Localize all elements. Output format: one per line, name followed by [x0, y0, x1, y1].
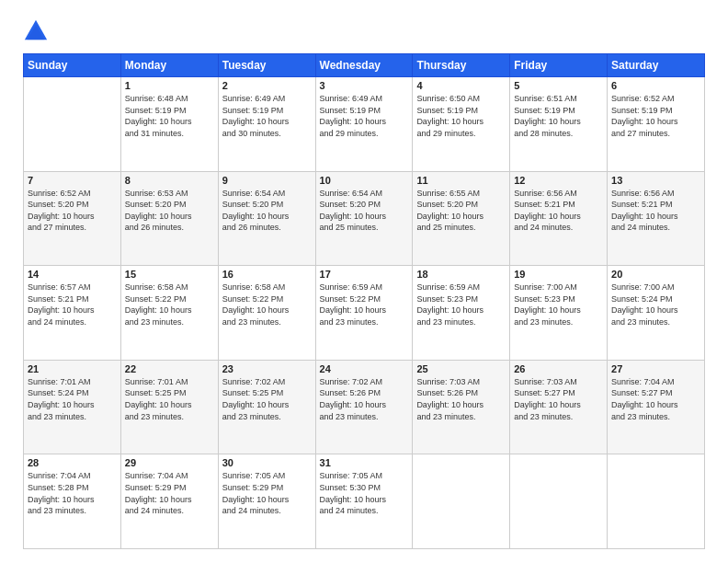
logo [23, 18, 52, 44]
cell-info: Sunrise: 6:53 AM Sunset: 5:20 PM Dayligh… [125, 188, 214, 234]
calendar-cell: 25Sunrise: 7:03 AM Sunset: 5:26 PM Dayli… [413, 360, 510, 454]
day-number: 28 [28, 457, 117, 468]
cell-info: Sunrise: 7:01 AM Sunset: 5:24 PM Dayligh… [28, 376, 117, 422]
day-number: 16 [222, 269, 312, 280]
cell-info: Sunrise: 6:59 AM Sunset: 5:23 PM Dayligh… [416, 282, 506, 327]
day-number: 13 [611, 175, 700, 186]
cell-info: Sunrise: 7:05 AM Sunset: 5:29 PM Dayligh… [222, 470, 312, 516]
calendar-cell: 7Sunrise: 6:52 AM Sunset: 5:20 PM Daylig… [24, 171, 121, 266]
calendar-cell [24, 77, 121, 172]
calendar-cell: 20Sunrise: 7:00 AM Sunset: 5:24 PM Dayli… [608, 266, 705, 361]
calendar: SundayMondayTuesdayWednesdayThursdayFrid… [23, 53, 705, 549]
cell-info: Sunrise: 6:54 AM Sunset: 5:20 PM Dayligh… [222, 188, 312, 234]
day-number: 22 [125, 363, 214, 374]
calendar-cell: 24Sunrise: 7:02 AM Sunset: 5:26 PM Dayli… [315, 360, 413, 454]
day-number: 11 [416, 175, 506, 186]
page: SundayMondayTuesdayWednesdayThursdayFrid… [0, 0, 728, 563]
calendar-cell [608, 454, 705, 549]
header-sunday: Sunday [24, 54, 121, 77]
cell-info: Sunrise: 6:49 AM Sunset: 5:19 PM Dayligh… [320, 93, 409, 139]
cell-info: Sunrise: 7:03 AM Sunset: 5:27 PM Dayligh… [514, 376, 603, 422]
header-wednesday: Wednesday [315, 54, 413, 77]
calendar-cell [510, 454, 608, 549]
calendar-cell: 26Sunrise: 7:03 AM Sunset: 5:27 PM Dayli… [510, 360, 608, 454]
calendar-cell: 3Sunrise: 6:49 AM Sunset: 5:19 PM Daylig… [315, 77, 413, 172]
cell-info: Sunrise: 6:52 AM Sunset: 5:19 PM Dayligh… [611, 93, 700, 139]
header-tuesday: Tuesday [218, 54, 315, 77]
cell-info: Sunrise: 7:04 AM Sunset: 5:28 PM Dayligh… [28, 470, 117, 516]
cell-info: Sunrise: 7:01 AM Sunset: 5:25 PM Dayligh… [125, 376, 214, 422]
day-number: 18 [416, 269, 506, 280]
week-row-1: 7Sunrise: 6:52 AM Sunset: 5:20 PM Daylig… [24, 171, 705, 266]
day-number: 17 [320, 269, 409, 280]
calendar-cell: 10Sunrise: 6:54 AM Sunset: 5:20 PM Dayli… [315, 171, 413, 266]
cell-info: Sunrise: 6:59 AM Sunset: 5:22 PM Dayligh… [320, 282, 409, 327]
day-number: 2 [222, 80, 312, 91]
cell-info: Sunrise: 6:58 AM Sunset: 5:22 PM Dayligh… [125, 282, 214, 327]
calendar-cell: 5Sunrise: 6:51 AM Sunset: 5:19 PM Daylig… [510, 77, 608, 172]
cell-info: Sunrise: 6:57 AM Sunset: 5:21 PM Dayligh… [28, 282, 117, 327]
day-number: 6 [611, 80, 700, 91]
week-row-0: 1Sunrise: 6:48 AM Sunset: 5:19 PM Daylig… [24, 77, 705, 172]
day-number: 29 [125, 457, 214, 468]
day-number: 27 [611, 363, 700, 374]
calendar-cell: 13Sunrise: 6:56 AM Sunset: 5:21 PM Dayli… [608, 171, 705, 266]
week-row-2: 14Sunrise: 6:57 AM Sunset: 5:21 PM Dayli… [24, 266, 705, 361]
cell-info: Sunrise: 6:48 AM Sunset: 5:19 PM Dayligh… [125, 93, 214, 139]
day-number: 24 [320, 363, 409, 374]
calendar-cell: 27Sunrise: 7:04 AM Sunset: 5:27 PM Dayli… [608, 360, 705, 454]
calendar-cell: 6Sunrise: 6:52 AM Sunset: 5:19 PM Daylig… [608, 77, 705, 172]
day-number: 9 [222, 175, 312, 186]
header-saturday: Saturday [608, 54, 705, 77]
calendar-cell: 1Sunrise: 6:48 AM Sunset: 5:19 PM Daylig… [120, 77, 218, 172]
header-friday: Friday [510, 54, 608, 77]
cell-info: Sunrise: 7:02 AM Sunset: 5:26 PM Dayligh… [320, 376, 409, 422]
calendar-cell: 23Sunrise: 7:02 AM Sunset: 5:25 PM Dayli… [218, 360, 315, 454]
calendar-cell [413, 454, 510, 549]
header [23, 18, 705, 44]
day-number: 31 [320, 457, 409, 468]
cell-info: Sunrise: 7:03 AM Sunset: 5:26 PM Dayligh… [416, 376, 506, 422]
calendar-cell: 28Sunrise: 7:04 AM Sunset: 5:28 PM Dayli… [24, 454, 121, 549]
cell-info: Sunrise: 6:58 AM Sunset: 5:22 PM Dayligh… [222, 282, 312, 327]
day-number: 15 [125, 269, 214, 280]
day-number: 23 [222, 363, 312, 374]
day-number: 20 [611, 269, 700, 280]
calendar-cell: 29Sunrise: 7:04 AM Sunset: 5:29 PM Dayli… [120, 454, 218, 549]
day-number: 7 [28, 175, 117, 186]
cell-info: Sunrise: 6:55 AM Sunset: 5:20 PM Dayligh… [416, 188, 506, 234]
calendar-cell: 4Sunrise: 6:50 AM Sunset: 5:19 PM Daylig… [413, 77, 510, 172]
calendar-cell: 2Sunrise: 6:49 AM Sunset: 5:19 PM Daylig… [218, 77, 315, 172]
cell-info: Sunrise: 6:50 AM Sunset: 5:19 PM Dayligh… [416, 93, 506, 139]
cell-info: Sunrise: 6:54 AM Sunset: 5:20 PM Dayligh… [320, 188, 409, 234]
day-number: 30 [222, 457, 312, 468]
day-number: 26 [514, 363, 603, 374]
calendar-cell: 16Sunrise: 6:58 AM Sunset: 5:22 PM Dayli… [218, 266, 315, 361]
day-number: 1 [125, 80, 214, 91]
day-number: 12 [514, 175, 603, 186]
calendar-cell: 30Sunrise: 7:05 AM Sunset: 5:29 PM Dayli… [218, 454, 315, 549]
cell-info: Sunrise: 6:51 AM Sunset: 5:19 PM Dayligh… [514, 93, 603, 139]
calendar-cell: 21Sunrise: 7:01 AM Sunset: 5:24 PM Dayli… [24, 360, 121, 454]
calendar-cell: 31Sunrise: 7:05 AM Sunset: 5:30 PM Dayli… [315, 454, 413, 549]
day-number: 19 [514, 269, 603, 280]
day-number: 5 [514, 80, 603, 91]
calendar-cell: 12Sunrise: 6:56 AM Sunset: 5:21 PM Dayli… [510, 171, 608, 266]
cell-info: Sunrise: 6:56 AM Sunset: 5:21 PM Dayligh… [514, 188, 603, 234]
day-number: 3 [320, 80, 409, 91]
header-thursday: Thursday [413, 54, 510, 77]
calendar-cell: 15Sunrise: 6:58 AM Sunset: 5:22 PM Dayli… [120, 266, 218, 361]
week-row-3: 21Sunrise: 7:01 AM Sunset: 5:24 PM Dayli… [24, 360, 705, 454]
day-number: 4 [416, 80, 506, 91]
week-row-4: 28Sunrise: 7:04 AM Sunset: 5:28 PM Dayli… [24, 454, 705, 549]
day-number: 21 [28, 363, 117, 374]
day-number: 25 [416, 363, 506, 374]
cell-info: Sunrise: 6:56 AM Sunset: 5:21 PM Dayligh… [611, 188, 700, 234]
calendar-cell: 18Sunrise: 6:59 AM Sunset: 5:23 PM Dayli… [413, 266, 510, 361]
cell-info: Sunrise: 6:49 AM Sunset: 5:19 PM Dayligh… [222, 93, 312, 139]
cell-info: Sunrise: 7:04 AM Sunset: 5:29 PM Dayligh… [125, 470, 214, 516]
calendar-cell: 22Sunrise: 7:01 AM Sunset: 5:25 PM Dayli… [120, 360, 218, 454]
calendar-cell: 14Sunrise: 6:57 AM Sunset: 5:21 PM Dayli… [24, 266, 121, 361]
header-monday: Monday [120, 54, 218, 77]
cell-info: Sunrise: 7:05 AM Sunset: 5:30 PM Dayligh… [320, 470, 409, 516]
